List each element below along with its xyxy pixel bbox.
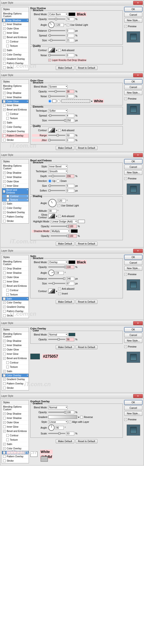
new-style-button[interactable]: New Style... xyxy=(124,338,142,343)
blending-options[interactable]: Blending Options: Custom xyxy=(2,164,29,171)
style-color-overlay[interactable]: Color Overlay xyxy=(2,52,29,57)
close-icon[interactable]: ✕ xyxy=(133,249,143,253)
ok-button[interactable]: OK xyxy=(124,255,142,260)
spread-field[interactable]: 2 xyxy=(66,34,74,38)
new-style-button[interactable]: New Style... xyxy=(124,266,142,270)
contour-picker[interactable] xyxy=(48,48,55,52)
reset-default-button[interactable]: Reset to Default xyxy=(76,242,97,246)
angle-dial[interactable] xyxy=(48,424,55,431)
opacity-field[interactable]: 38 xyxy=(66,90,74,93)
color-swatch[interactable] xyxy=(69,12,75,16)
close-icon[interactable]: ✕ xyxy=(133,73,143,77)
reset-default-button[interactable]: Reset to Default xyxy=(76,345,97,349)
make-default-button[interactable]: Make Default xyxy=(56,146,74,150)
style-gradient-overlay[interactable]: Gradient Overlay xyxy=(2,451,29,454)
blend-mode-select[interactable]: Overlay xyxy=(48,260,68,264)
angle-dial[interactable] xyxy=(48,270,55,276)
style-bevel[interactable]: Bevel and Emboss xyxy=(2,108,29,112)
direction-down[interactable] xyxy=(57,180,60,182)
checkbox[interactable] xyxy=(3,58,6,60)
ok-button[interactable]: OK xyxy=(124,327,142,332)
style-texture[interactable]: Texture xyxy=(2,116,29,120)
blend-mode-select[interactable]: Screen xyxy=(48,85,68,88)
close-icon[interactable]: ✕ xyxy=(133,321,143,325)
style-stroke[interactable]: Stroke xyxy=(2,138,29,142)
checkbox[interactable] xyxy=(3,32,6,34)
gloss-contour-picker[interactable] xyxy=(48,214,55,218)
style-inner-glow[interactable]: Inner Glow xyxy=(2,103,29,108)
checkbox[interactable] xyxy=(3,19,5,22)
style-gradient-overlay[interactable]: Gradient Overlay xyxy=(2,129,29,134)
new-style-button[interactable]: New Style... xyxy=(124,411,142,416)
knockout-check[interactable] xyxy=(48,59,51,62)
checkbox[interactable] xyxy=(3,49,6,52)
blend-mode-select[interactable]: Normal xyxy=(48,333,68,336)
angle-field[interactable]: 120 xyxy=(56,23,64,27)
noise-field[interactable]: 0 xyxy=(66,54,74,57)
checkbox[interactable] xyxy=(3,53,6,56)
global-light-check[interactable] xyxy=(67,24,69,26)
new-style-button[interactable]: New Style... xyxy=(124,18,142,23)
style-gradient-overlay[interactable]: Gradient Overlay xyxy=(2,57,29,61)
style-pattern-overlay[interactable]: Pattern Overlay xyxy=(2,61,29,66)
cancel-button[interactable]: Cancel xyxy=(124,85,142,90)
style-drop-shadow[interactable]: Drop Shadow xyxy=(2,18,29,22)
make-default-button[interactable]: Make Default xyxy=(56,345,74,349)
distance-field[interactable]: 0 xyxy=(66,29,74,32)
style-stroke[interactable]: Stroke xyxy=(2,66,29,70)
checkbox[interactable] xyxy=(3,36,6,38)
direction-up[interactable] xyxy=(48,180,51,182)
reset-default-button[interactable]: Reset to Default xyxy=(76,439,97,443)
cancel-button[interactable]: Cancel xyxy=(124,333,142,338)
style-pattern-overlay[interactable]: Pattern Overlay xyxy=(2,134,29,138)
style-drop-shadow[interactable]: Drop Shadow xyxy=(2,91,29,95)
reset-default-button[interactable]: Reset to Default xyxy=(76,66,97,70)
noise-slider[interactable] xyxy=(48,55,65,56)
checkbox[interactable] xyxy=(3,62,6,65)
close-icon[interactable]: ✕ xyxy=(133,153,143,157)
cancel-button[interactable]: Cancel xyxy=(124,165,142,169)
reset-default-button[interactable]: Reset to Default xyxy=(76,300,97,304)
highlight-mode-select[interactable]: Linear Dodge (Add) xyxy=(51,220,77,223)
style-texture[interactable]: Texture xyxy=(2,44,29,48)
style-inner-glow[interactable]: Inner Glow xyxy=(2,31,29,35)
checkbox[interactable] xyxy=(3,27,6,30)
cancel-button[interactable]: Cancel xyxy=(124,260,142,265)
gradient-picker[interactable] xyxy=(48,415,77,419)
shadow-mode-select[interactable]: Multiply xyxy=(51,230,70,233)
style-satin[interactable]: Satin xyxy=(2,120,29,125)
shadow-color[interactable] xyxy=(71,230,78,233)
style-bevel[interactable]: Bevel and Emboss xyxy=(2,35,29,40)
make-default-button[interactable]: Make Default xyxy=(56,439,74,443)
checkbox[interactable] xyxy=(3,23,6,26)
checkbox[interactable] xyxy=(3,66,6,69)
preview-check[interactable] xyxy=(124,25,127,28)
style-select[interactable]: Inner Bevel xyxy=(48,165,68,168)
make-default-button[interactable]: Make Default xyxy=(56,242,74,246)
size-field[interactable]: 21 xyxy=(66,38,74,42)
blending-options[interactable]: Blending Options: Custom xyxy=(2,12,29,18)
color-swatch[interactable] xyxy=(69,260,75,264)
make-default-button[interactable]: Make Default xyxy=(56,66,74,70)
anti-alias-check[interactable] xyxy=(58,49,61,52)
color-swatch[interactable] xyxy=(52,99,56,103)
opacity-slider[interactable] xyxy=(48,18,65,20)
close-icon[interactable]: ✕ xyxy=(133,394,143,398)
opacity-field[interactable]: 74 xyxy=(66,17,74,21)
style-color-overlay[interactable]: Color Overlay xyxy=(2,374,29,377)
style-color-overlay[interactable]: Color Overlay xyxy=(2,125,29,129)
color-swatch[interactable] xyxy=(69,333,75,336)
gradient-style-select[interactable]: Linear xyxy=(48,420,68,424)
gradient-picker[interactable] xyxy=(61,99,90,103)
technique-select[interactable]: Smooth xyxy=(48,170,68,173)
cancel-button[interactable]: Cancel xyxy=(124,12,142,17)
ok-button[interactable]: OK xyxy=(124,7,142,12)
style-contour[interactable]: Contour xyxy=(2,40,29,44)
style-bevel[interactable]: Bevel and Emboss xyxy=(2,188,29,194)
style-outer-glow[interactable]: Outer Glow xyxy=(2,100,29,103)
reset-default-button[interactable]: Reset to Default xyxy=(76,146,97,150)
make-default-button[interactable]: Make Default xyxy=(56,300,74,304)
new-style-button[interactable]: New Style... xyxy=(124,170,142,175)
style-contour[interactable]: Contour xyxy=(2,112,29,116)
style-satin[interactable]: Satin xyxy=(2,48,29,52)
